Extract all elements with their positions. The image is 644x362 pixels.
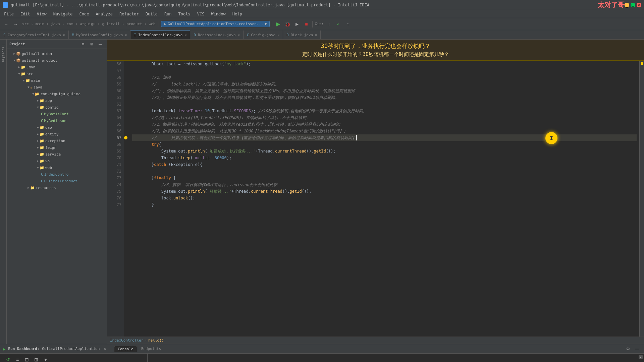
line-num-68: 68 bbox=[110, 141, 121, 148]
breadcrumb-method[interactable]: hello() bbox=[148, 338, 164, 343]
code-area[interactable]: 56 57 58 59 60 61 62 63 64 65 66 67 68 6… bbox=[107, 61, 644, 337]
stop-button[interactable]: ■ bbox=[302, 20, 310, 28]
run-config-icon[interactable]: ▶ bbox=[3, 346, 5, 352]
tree-resources[interactable]: ▶ 📁 resources bbox=[7, 184, 107, 191]
run-panel-settings[interactable]: ⚙ bbox=[624, 345, 632, 353]
code-line-58: //2、加锁 bbox=[132, 74, 637, 81]
tree-dao[interactable]: ▶ 📁 dao bbox=[7, 124, 107, 131]
run-console[interactable]: ▲ ▼ bbox=[148, 354, 644, 362]
menu-view[interactable]: View bbox=[34, 11, 49, 17]
run-config-selector[interactable]: ▶ GulimallProductApplicationTests.rediss… bbox=[161, 21, 270, 27]
tree-feign[interactable]: ▶ 📁 feign bbox=[7, 144, 107, 151]
tree-app[interactable]: ▶ 📁 app bbox=[7, 97, 107, 104]
tree-gulimall-product[interactable]: ▼ 📦 gulimall-product bbox=[7, 57, 107, 64]
close-button[interactable]: × bbox=[637, 3, 641, 7]
tree-java[interactable]: ▼ ☕ java bbox=[7, 84, 107, 90]
run-filter2[interactable]: ▼ bbox=[42, 356, 50, 362]
tree-package[interactable]: ▼ 📂 com.atguigu.gulima bbox=[7, 90, 107, 97]
tree-myredisson[interactable]: C MyRedisson bbox=[7, 117, 107, 124]
tree-label-resources: resources bbox=[36, 186, 56, 190]
module-icon-product: 📦 bbox=[16, 58, 21, 63]
tab-close-6[interactable]: × bbox=[315, 33, 317, 37]
tab-close-2[interactable]: × bbox=[125, 33, 127, 37]
tree-service[interactable]: ▶ 📁 service bbox=[7, 151, 107, 158]
git-commit[interactable]: ✓ bbox=[334, 20, 342, 28]
sidebar-tree: ▶ 📦 gulimall-order ▼ 📦 gulimall-product … bbox=[7, 49, 107, 344]
forward-button[interactable]: → bbox=[11, 20, 19, 28]
menu-window[interactable]: Window bbox=[208, 11, 228, 17]
run-panel-close[interactable]: × bbox=[104, 347, 106, 351]
console-scrollbar[interactable]: ▲ ▼ bbox=[639, 355, 643, 362]
sidebar-layout[interactable]: ⊞ bbox=[88, 40, 96, 48]
menu-file[interactable]: File bbox=[1, 11, 16, 17]
gutter-58 bbox=[124, 74, 129, 81]
tree-gulimall-order[interactable]: ▶ 📦 gulimall-order bbox=[7, 50, 107, 57]
gutter-56 bbox=[124, 61, 129, 67]
tree-web[interactable]: ▼ 📁 web bbox=[7, 164, 107, 171]
tree-exception[interactable]: ▶ 📁 exception bbox=[7, 137, 107, 144]
breadcrumb-controller[interactable]: IndexController bbox=[110, 338, 143, 343]
tab-category-service[interactable]: C CategoryServiceImpl.java × bbox=[0, 31, 69, 39]
tree-src[interactable]: ▼ 📁 src bbox=[7, 70, 107, 77]
menu-help[interactable]: Help bbox=[230, 11, 245, 17]
menu-refactor[interactable]: Refactor bbox=[117, 11, 142, 17]
scroll-up[interactable]: ▲ bbox=[639, 355, 643, 359]
minimize-button[interactable]: _ bbox=[625, 3, 629, 7]
run-tab-endpoints[interactable]: Endpoints bbox=[138, 346, 165, 352]
menu-analyze[interactable]: Analyze bbox=[93, 11, 115, 17]
run-tab-console[interactable]: Console bbox=[114, 346, 137, 352]
sidebar-collapse[interactable]: — bbox=[96, 40, 104, 48]
run-restart[interactable]: ↺ bbox=[4, 356, 12, 362]
tab-rlock[interactable]: R RLock.java × bbox=[283, 31, 321, 39]
arrow-pkg: ▼ bbox=[32, 92, 35, 96]
gutter-66 bbox=[124, 128, 129, 134]
run-with-coverage[interactable]: ▶ bbox=[293, 20, 301, 28]
menu-edit[interactable]: Edit bbox=[18, 11, 33, 17]
tab-close-4[interactable]: × bbox=[238, 33, 240, 37]
run-button[interactable]: ▶ bbox=[274, 20, 282, 28]
run-stop-all[interactable]: ≡ bbox=[13, 356, 21, 362]
line-num-57: 57 bbox=[110, 67, 121, 74]
tab-close-5[interactable]: × bbox=[277, 33, 279, 37]
tree-main[interactable]: ▼ 📁 main bbox=[7, 77, 107, 84]
menu-vcs[interactable]: VCS bbox=[195, 11, 207, 17]
gutter-68 bbox=[124, 141, 129, 148]
tab-label-3: IndexController.java bbox=[138, 33, 182, 37]
tree-mvn[interactable]: ▶ 📁 .mvn bbox=[7, 64, 107, 70]
line-num-75: 75 bbox=[110, 188, 121, 195]
run-panel-content: ↺ ≡ ⊟ ⊞ ▼ 🌿 Spring Boot ▶ Running ▶ Guli… bbox=[0, 354, 644, 362]
code-editor[interactable]: RLock lock = redisson.getLock("my-lock")… bbox=[129, 61, 639, 337]
git-push[interactable]: ↑ bbox=[344, 20, 352, 28]
maximize-button[interactable]: □ bbox=[631, 3, 635, 7]
tree-mybatisconf[interactable]: C MyBatisConf bbox=[7, 111, 107, 117]
run-collapse[interactable]: ⊟ bbox=[23, 356, 31, 362]
right-gutter[interactable] bbox=[639, 61, 644, 337]
code-line-59: // lock.Lock(); //阻塞式等待。默认加的锁都是30s时间。 bbox=[132, 81, 637, 87]
run-app-name[interactable]: GulimallProductApplication bbox=[42, 347, 100, 351]
code-line-64: //问题：lock.Lock(10,TimeUnit.SECONDS); 在锁时… bbox=[132, 114, 637, 121]
debug-button[interactable]: 🐞 bbox=[283, 20, 291, 28]
tab-close-3[interactable]: × bbox=[184, 33, 186, 37]
tree-config[interactable]: ▼ 📁 config bbox=[7, 104, 107, 111]
tree-vo[interactable]: ▶ 📁 vo bbox=[7, 158, 107, 164]
menu-tools[interactable]: Tools bbox=[176, 11, 193, 17]
menu-code[interactable]: Code bbox=[77, 11, 92, 17]
run-panel-minimize[interactable]: — bbox=[633, 345, 641, 353]
favorites-icon[interactable]: Favorites bbox=[0, 40, 7, 66]
folder-icon-feign: 📁 bbox=[40, 145, 44, 150]
tree-gulimallproduct[interactable]: C GulimallProduct bbox=[7, 178, 107, 184]
tab-myredisson[interactable]: M MyRedissonConfig.java × bbox=[69, 31, 131, 39]
tab-redissonlock[interactable]: R RedissonLock.java × bbox=[190, 31, 243, 39]
back-button[interactable]: ← bbox=[2, 20, 10, 28]
tab-config[interactable]: C Config.java × bbox=[244, 31, 283, 39]
tree-entity[interactable]: ▶ 📁 entity bbox=[7, 131, 107, 137]
menu-navigate[interactable]: Navigate bbox=[51, 11, 75, 17]
menu-build[interactable]: Build bbox=[143, 11, 160, 17]
tab-close-1[interactable]: × bbox=[63, 33, 65, 37]
tree-indexcontroller[interactable]: C IndexContro bbox=[7, 171, 107, 178]
git-update[interactable]: ↓ bbox=[325, 20, 333, 28]
sidebar-settings[interactable]: ⚙ bbox=[79, 40, 87, 48]
tab-index-controller[interactable]: I IndexController.java × bbox=[130, 31, 190, 39]
menu-run[interactable]: Run bbox=[162, 11, 174, 17]
run-filter[interactable]: ⊞ bbox=[32, 356, 40, 362]
